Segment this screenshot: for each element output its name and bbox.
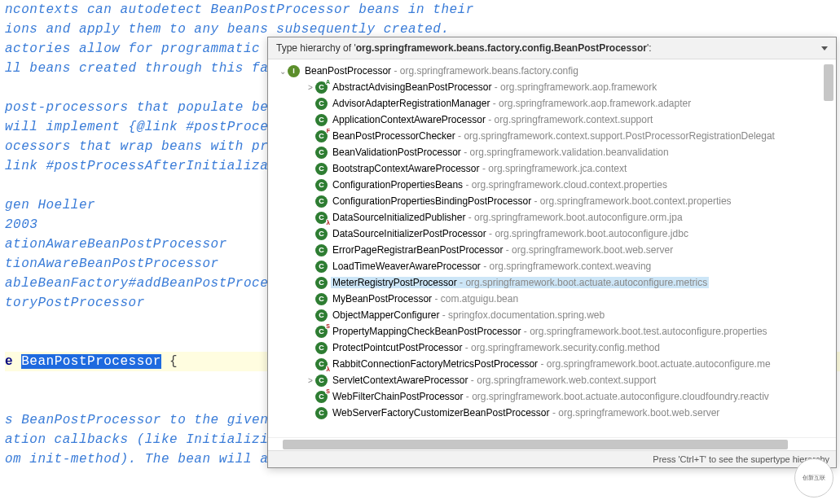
tree-item[interactable]: PropertyMappingCheckBeanPostProcessor - … (306, 323, 836, 340)
tree-item[interactable]: RabbitConnectionFactoryMetricsPostProces… (306, 356, 836, 372)
code-line: ncontexts can autodetect BeanPostProcess… (5, 0, 840, 20)
class-icon (315, 244, 328, 256)
tree-node-label: ConfigurationPropertiesBeans - org.sprin… (331, 179, 669, 191)
expand-arrow-icon[interactable]: > (306, 376, 315, 385)
tree-item[interactable]: WebServerFactoryCustomizerBeanPostProces… (306, 405, 836, 421)
class-icon (315, 98, 328, 110)
class-icon (315, 147, 328, 159)
vertical-scrollbar-thumb[interactable] (824, 64, 833, 101)
tree-node-label: ErrorPageRegistrarBeanPostProcessor - or… (331, 244, 675, 256)
class-icon (315, 375, 328, 387)
tree-node-label: PropertyMappingCheckBeanPostProcessor - … (331, 326, 769, 337)
tree-node-label: DataSourceInitializedPublisher - org.spr… (331, 212, 684, 223)
tree-node-label: WebFilterChainPostProcessor - org.spring… (331, 391, 771, 402)
tree-item[interactable]: MeterRegistryPostProcessor - org.springf… (306, 274, 836, 291)
class-icon (315, 228, 328, 240)
popup-title: Type hierarchy of 'org.springframework.b… (276, 42, 652, 54)
tree-item[interactable]: ErrorPageRegistrarBeanPostProcessor - or… (306, 242, 836, 258)
tree-node-label: BootstrapContextAwareProcessor - org.spr… (331, 163, 628, 174)
class-icon (315, 212, 328, 224)
tree-node-label: DataSourceInitializerPostProcessor - org… (331, 228, 690, 239)
tree-item[interactable]: DataSourceInitializerPostProcessor - org… (306, 226, 836, 242)
popup-footer: Press 'Ctrl+T' to see the supertype hier… (268, 450, 836, 467)
tree-item[interactable]: WebFilterChainPostProcessor - org.spring… (306, 388, 836, 405)
tree-item[interactable]: BootstrapContextAwareProcessor - org.spr… (306, 160, 836, 177)
horizontal-scrollbar[interactable] (268, 437, 836, 450)
tree-node-label: ObjectMapperConfigurer - springfox.docum… (331, 309, 606, 321)
expand-arrow-icon[interactable]: ⌄ (278, 67, 288, 76)
class-icon (315, 261, 328, 273)
expand-arrow-icon[interactable]: > (306, 83, 315, 92)
tree-node-label: ConfigurationPropertiesBindingPostProces… (331, 195, 733, 207)
watermark-logo: 创新互联 (794, 458, 833, 497)
tree-item[interactable]: MyBeanPostProcessor - com.atguigu.bean (306, 291, 836, 307)
class-icon (315, 81, 328, 94)
tree-root[interactable]: ⌄ BeanPostProcessor - org.springframewor… (278, 63, 836, 79)
tree-node-label: MeterRegistryPostProcessor - org.springf… (331, 277, 709, 288)
tree-item[interactable]: LoadTimeWeaverAwareProcessor - org.sprin… (306, 258, 836, 274)
hierarchy-tree[interactable]: ⌄ BeanPostProcessor - org.springframewor… (268, 59, 836, 437)
tree-node-label: BeanPostProcessor - org.springframework.… (303, 65, 580, 77)
horizontal-scrollbar-thumb[interactable] (283, 440, 788, 449)
tree-node-label: RabbitConnectionFactoryMetricsPostProces… (331, 358, 772, 370)
tree-item[interactable]: ConfigurationPropertiesBeans - org.sprin… (306, 177, 836, 193)
tree-item[interactable]: AdvisorAdapterRegistrationManager - org.… (306, 95, 836, 112)
class-icon (315, 391, 328, 403)
class-icon (315, 114, 328, 126)
tree-node-label: ServletContextAwareProcessor - org.sprin… (331, 375, 657, 386)
class-icon (315, 195, 328, 208)
tree-item[interactable]: ConfigurationPropertiesBindingPostProces… (306, 193, 836, 209)
tree-item[interactable]: DataSourceInitializedPublisher - org.spr… (306, 209, 836, 226)
class-icon (315, 407, 328, 419)
class-icon (315, 309, 328, 322)
tree-item[interactable]: BeanPostProcessorChecker - org.springfra… (306, 128, 836, 144)
tree-node-label: MyBeanPostProcessor - com.atguigu.bean (331, 293, 520, 305)
class-icon (315, 179, 328, 191)
interface-icon (288, 65, 300, 77)
tree-node-label: BeanPostProcessorChecker - org.springfra… (331, 130, 776, 142)
class-icon (315, 130, 328, 142)
tree-node-label: AbstractAdvisingBeanPostProcessor - org.… (331, 81, 658, 93)
vertical-scrollbar[interactable] (823, 64, 834, 436)
popup-menu-icon[interactable] (821, 46, 828, 50)
class-icon (315, 293, 328, 305)
tree-node-label: ProtectPointcutPostProcessor - org.sprin… (331, 342, 662, 353)
class-icon (315, 326, 328, 338)
tree-node-label: WebServerFactoryCustomizerBeanPostProces… (331, 407, 721, 419)
type-hierarchy-popup: Type hierarchy of 'org.springframework.b… (267, 37, 837, 468)
tree-node-label: AdvisorAdapterRegistrationManager - org.… (331, 98, 693, 109)
tree-item[interactable]: > ServletContextAwareProcessor - org.spr… (306, 372, 836, 388)
popup-header: Type hierarchy of 'org.springframework.b… (268, 37, 836, 59)
tree-item[interactable]: ProtectPointcutPostProcessor - org.sprin… (306, 340, 836, 356)
tree-item[interactable]: BeanValidationPostProcessor - org.spring… (306, 144, 836, 160)
tree-item[interactable]: > AbstractAdvisingBeanPostProcessor - or… (306, 79, 836, 95)
tree-node-label: BeanValidationPostProcessor - org.spring… (331, 147, 671, 158)
tree-item[interactable]: ObjectMapperConfigurer - springfox.docum… (306, 307, 836, 323)
class-icon (315, 277, 328, 289)
class-icon (315, 163, 328, 175)
tree-node-label: LoadTimeWeaverAwareProcessor - org.sprin… (331, 261, 653, 272)
tree-item[interactable]: ApplicationContextAwareProcessor - org.s… (306, 112, 836, 128)
tree-node-label: ApplicationContextAwareProcessor - org.s… (331, 114, 654, 125)
class-icon (315, 342, 328, 354)
class-icon (315, 358, 328, 370)
